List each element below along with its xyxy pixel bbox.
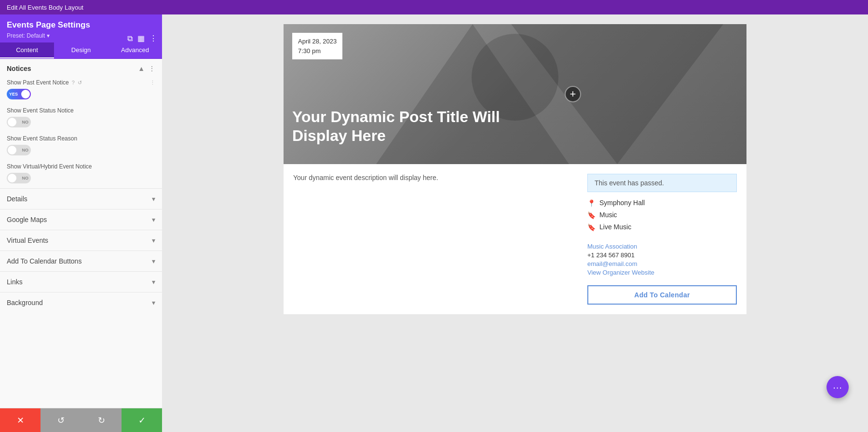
notices-more-icon[interactable]: ⋮ (149, 65, 155, 72)
add-section-button[interactable]: + (565, 86, 581, 102)
venue-name: Symphony Hall (599, 199, 645, 207)
show-event-status-reason-field: Show Event Status Reason NO (0, 132, 162, 160)
add-to-calendar-buttons-header[interactable]: Add To Calendar Buttons ▾ (0, 251, 162, 271)
category-live-music-label: Live Music (599, 223, 631, 231)
sidebar-title: Events Page Settings (7, 20, 155, 30)
past-event-toggle[interactable]: YES (7, 89, 31, 99)
organizer-name-link[interactable]: Music Association (587, 243, 737, 250)
event-date: April 28, 2023 (298, 37, 337, 46)
sidebar-content: Notices ▲ ⋮ Show Past Event Notice ? ↺ ⋮… (0, 59, 162, 408)
layout-icon[interactable]: ▦ (136, 33, 146, 44)
organizer-section: Music Association +1 234 567 8901 email@… (587, 238, 737, 276)
organizer-email-link[interactable]: email@email.com (587, 260, 737, 267)
links-header[interactable]: Links ▾ (0, 272, 162, 292)
toggle-knob-2 (8, 118, 16, 126)
notices-section-header: Notices ▲ ⋮ (0, 59, 162, 76)
help-icon-past-event[interactable]: ? (72, 80, 75, 85)
notices-title: Notices (7, 65, 31, 72)
top-bar-title: Edit All Events Body Layout (7, 4, 83, 11)
sidebar-tabs: Content Design Advanced (0, 42, 162, 59)
background-chevron-icon: ▾ (152, 299, 155, 307)
virtual-events-chevron-icon: ▾ (152, 237, 155, 244)
bottom-toolbar: ✕ ↺ ↻ ✓ (0, 408, 162, 432)
add-to-calendar-buttons-section: Add To Calendar Buttons ▾ (0, 251, 162, 271)
links-section: Links ▾ (0, 271, 162, 292)
event-status-reason-toggle-row: NO (7, 145, 155, 155)
google-maps-section: Google Maps ▾ (0, 209, 162, 230)
event-description: Your dynamic event description will disp… (293, 174, 573, 181)
event-main-content: Your dynamic event description will disp… (293, 174, 587, 305)
sidebar-header: Events Page Settings Preset: Default ▾ ⧉… (0, 14, 162, 42)
event-banner: April 28, 2023 7:30 pm Your Dynamic Post… (284, 24, 746, 164)
location-icon: 📍 (587, 199, 596, 207)
event-title: Your Dynamic Post Title Will Display Her… (292, 108, 533, 145)
sidebar-header-icons: ⧉ ▦ ⋮ (126, 33, 158, 44)
category-tag-icon-2: 🔖 (587, 223, 596, 231)
more-icon-past-event[interactable]: ⋮ (150, 80, 155, 86)
notices-collapse-icon[interactable]: ▲ (138, 65, 145, 72)
main-layout: Events Page Settings Preset: Default ▾ ⧉… (0, 14, 868, 432)
show-past-event-notice-field: Show Past Event Notice ? ↺ ⋮ YES (0, 76, 162, 104)
redo-button[interactable]: ↻ (81, 408, 122, 432)
organizer-phone: +1 234 567 8901 (587, 251, 737, 259)
past-event-notice: This event has passed. (587, 174, 737, 192)
venue-detail: 📍 Symphony Hall (587, 199, 737, 207)
notices-header-icons: ▲ ⋮ (138, 65, 155, 72)
show-event-status-notice-label: Show Event Status Notice (7, 107, 155, 114)
show-event-status-notice-field: Show Event Status Notice NO (0, 104, 162, 132)
cancel-button[interactable]: ✕ (0, 408, 41, 432)
toggle-knob-3 (8, 146, 16, 154)
past-event-toggle-row: YES (7, 89, 155, 99)
event-body: Your dynamic event description will disp… (284, 164, 746, 314)
show-virtual-event-notice-label: Show Virtual/Hybrid Event Notice (7, 163, 155, 170)
event-time: 7:30 pm (298, 46, 337, 56)
event-date-box: April 28, 2023 7:30 pm (292, 33, 342, 59)
event-preview: April 28, 2023 7:30 pm Your Dynamic Post… (284, 24, 746, 314)
category-live-music-detail: 🔖 Live Music (587, 223, 737, 231)
save-button[interactable]: ✓ (122, 408, 162, 432)
category-tag-icon-1: 🔖 (587, 211, 596, 219)
event-status-toggle[interactable]: NO (7, 117, 31, 127)
toggle-knob-4 (8, 174, 16, 182)
links-chevron-icon: ▾ (152, 278, 155, 286)
tab-advanced[interactable]: Advanced (108, 42, 162, 58)
details-chevron-icon: ▾ (152, 195, 155, 203)
background-header[interactable]: Background ▾ (0, 293, 162, 313)
copy-icon[interactable]: ⧉ (126, 33, 134, 44)
show-event-status-reason-label: Show Event Status Reason (7, 135, 155, 142)
category-music-detail: 🔖 Music (587, 211, 737, 219)
banner-triangle-right-shape (511, 24, 723, 164)
details-header[interactable]: Details ▾ (0, 189, 162, 209)
event-status-reason-toggle[interactable]: NO (7, 145, 31, 155)
tab-content[interactable]: Content (0, 42, 54, 58)
google-maps-header[interactable]: Google Maps ▾ (0, 209, 162, 230)
organizer-website-link[interactable]: View Organizer Website (587, 269, 737, 276)
add-to-calendar-chevron-icon: ▾ (152, 257, 155, 265)
details-section: Details ▾ (0, 188, 162, 209)
floating-dots-button[interactable]: ··· (827, 376, 849, 398)
virtual-event-toggle[interactable]: NO (7, 173, 31, 183)
canvas: April 28, 2023 7:30 pm Your Dynamic Post… (162, 14, 868, 432)
virtual-event-toggle-row: NO (7, 173, 155, 183)
show-virtual-event-notice-field: Show Virtual/Hybrid Event Notice NO (0, 160, 162, 188)
more-options-icon[interactable]: ⋮ (149, 33, 158, 44)
show-past-event-notice-label: Show Past Event Notice ? ↺ ⋮ (7, 79, 155, 86)
virtual-events-section: Virtual Events ▾ (0, 230, 162, 251)
sidebar-preset[interactable]: Preset: Default ▾ (7, 32, 50, 39)
background-section: Background ▾ (0, 292, 162, 313)
event-sidebar-details: This event has passed. 📍 Symphony Hall 🔖… (587, 174, 737, 305)
reset-icon-past-event[interactable]: ↺ (78, 80, 82, 86)
sidebar: Events Page Settings Preset: Default ▾ ⧉… (0, 14, 162, 432)
category-music-label: Music (599, 211, 617, 219)
event-status-toggle-row: NO (7, 117, 155, 127)
top-bar: Edit All Events Body Layout (0, 0, 868, 14)
undo-button[interactable]: ↺ (41, 408, 81, 432)
toggle-knob (21, 90, 30, 98)
add-to-calendar-button[interactable]: Add To Calendar (587, 285, 737, 305)
tab-design[interactable]: Design (54, 42, 108, 58)
google-maps-chevron-icon: ▾ (152, 216, 155, 223)
virtual-events-header[interactable]: Virtual Events ▾ (0, 230, 162, 251)
